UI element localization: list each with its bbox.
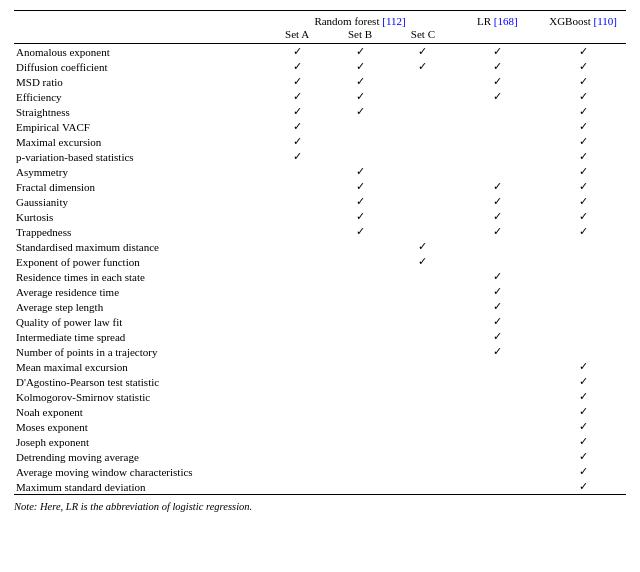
check-cell-lr: ✓ [454, 269, 540, 284]
feature-name-cell: Moses exponent [14, 419, 266, 434]
lr-ref: [168] [494, 15, 518, 27]
check-cell-lr [454, 134, 540, 149]
check-cell-lr: ✓ [454, 59, 540, 74]
check-cell-lr: ✓ [454, 314, 540, 329]
check-cell-lr: ✓ [454, 224, 540, 239]
check-cell-xgb [540, 329, 626, 344]
feature-name-cell: Maximum standard deviation [14, 479, 266, 495]
check-cell-lr: ✓ [454, 209, 540, 224]
check-cell-xgb [540, 284, 626, 299]
feature-name-cell: Fractal dimension [14, 179, 266, 194]
check-cell-seta [266, 344, 329, 359]
feature-name-cell: Asymmetry [14, 164, 266, 179]
check-cell-seta [266, 314, 329, 329]
check-cell-setb [329, 449, 392, 464]
feature-name-cell: Exponent of power function [14, 254, 266, 269]
check-cell-setb: ✓ [329, 164, 392, 179]
table-row: Anomalous exponent✓✓✓✓✓ [14, 44, 626, 60]
check-cell-xgb: ✓ [540, 374, 626, 389]
check-cell-xgb: ✓ [540, 149, 626, 164]
check-cell-setb [329, 374, 392, 389]
table-row: Number of points in a trajectory✓ [14, 344, 626, 359]
check-cell-setb [329, 479, 392, 495]
check-cell-lr [454, 164, 540, 179]
check-cell-lr [454, 449, 540, 464]
check-cell-seta [266, 464, 329, 479]
check-cell-setb [329, 284, 392, 299]
feature-name-cell: Intermediate time spread [14, 329, 266, 344]
check-cell-xgb [540, 269, 626, 284]
check-cell-xgb: ✓ [540, 224, 626, 239]
check-cell-lr [454, 419, 540, 434]
check-cell-lr [454, 254, 540, 269]
lr-label: LR [477, 15, 491, 27]
feature-name-cell: Average residence time [14, 284, 266, 299]
feature-name-cell: Average moving window characteristics [14, 464, 266, 479]
check-cell-lr: ✓ [454, 74, 540, 89]
check-cell-setc: ✓ [391, 59, 454, 74]
check-cell-xgb [540, 314, 626, 329]
check-cell-seta [266, 359, 329, 374]
check-cell-lr [454, 104, 540, 119]
check-cell-seta [266, 404, 329, 419]
check-cell-xgb: ✓ [540, 44, 626, 60]
check-cell-seta [266, 269, 329, 284]
check-cell-xgb [540, 299, 626, 314]
table-row: Joseph exponent✓ [14, 434, 626, 449]
check-cell-setc [391, 389, 454, 404]
check-cell-setb [329, 314, 392, 329]
feature-name-cell: Detrending moving average [14, 449, 266, 464]
check-cell-lr: ✓ [454, 329, 540, 344]
check-cell-lr [454, 464, 540, 479]
table-row: p-variation-based statistics✓✓ [14, 149, 626, 164]
check-cell-setc [391, 194, 454, 209]
rf-ref: [112] [382, 15, 405, 27]
table-note: Note: Here, LR is the abbreviation of lo… [14, 501, 626, 512]
check-cell-setb [329, 269, 392, 284]
check-cell-setb [329, 359, 392, 374]
check-cell-lr [454, 374, 540, 389]
table-row: Intermediate time spread✓ [14, 329, 626, 344]
check-cell-setc [391, 284, 454, 299]
check-cell-xgb: ✓ [540, 359, 626, 374]
check-cell-seta: ✓ [266, 89, 329, 104]
feature-name-cell: Mean maximal excursion [14, 359, 266, 374]
check-cell-seta [266, 224, 329, 239]
check-cell-xgb: ✓ [540, 74, 626, 89]
check-cell-xgb: ✓ [540, 179, 626, 194]
check-cell-lr [454, 359, 540, 374]
check-cell-setc [391, 179, 454, 194]
check-cell-setc [391, 449, 454, 464]
check-cell-xgb: ✓ [540, 464, 626, 479]
setb-subheader: Set B [329, 28, 392, 44]
feature-name-cell: Trappedness [14, 224, 266, 239]
check-cell-setb: ✓ [329, 89, 392, 104]
check-cell-seta: ✓ [266, 44, 329, 60]
check-cell-setc [391, 119, 454, 134]
check-cell-setb [329, 149, 392, 164]
check-cell-seta: ✓ [266, 74, 329, 89]
check-cell-setb: ✓ [329, 194, 392, 209]
feature-name-cell: Straightness [14, 104, 266, 119]
check-cell-setc [391, 464, 454, 479]
table-row: Kurtosis✓✓✓ [14, 209, 626, 224]
table-row: MSD ratio✓✓✓✓ [14, 74, 626, 89]
check-cell-setc [391, 209, 454, 224]
check-cell-xgb: ✓ [540, 194, 626, 209]
feature-name-cell: Kolmogorov-Smirnov statistic [14, 389, 266, 404]
check-cell-seta [266, 209, 329, 224]
table-row: Kolmogorov-Smirnov statistic✓ [14, 389, 626, 404]
check-cell-xgb: ✓ [540, 479, 626, 495]
table-row: Efficiency✓✓✓✓ [14, 89, 626, 104]
check-cell-lr: ✓ [454, 194, 540, 209]
check-cell-setc [391, 104, 454, 119]
check-cell-seta [266, 254, 329, 269]
table-row: Gaussianity✓✓✓ [14, 194, 626, 209]
check-cell-setb [329, 119, 392, 134]
table-row: Asymmetry✓✓ [14, 164, 626, 179]
table-row: Moses exponent✓ [14, 419, 626, 434]
rf-label: Random forest [314, 15, 379, 27]
check-cell-seta [266, 419, 329, 434]
table-row: Average residence time✓ [14, 284, 626, 299]
check-cell-seta [266, 239, 329, 254]
